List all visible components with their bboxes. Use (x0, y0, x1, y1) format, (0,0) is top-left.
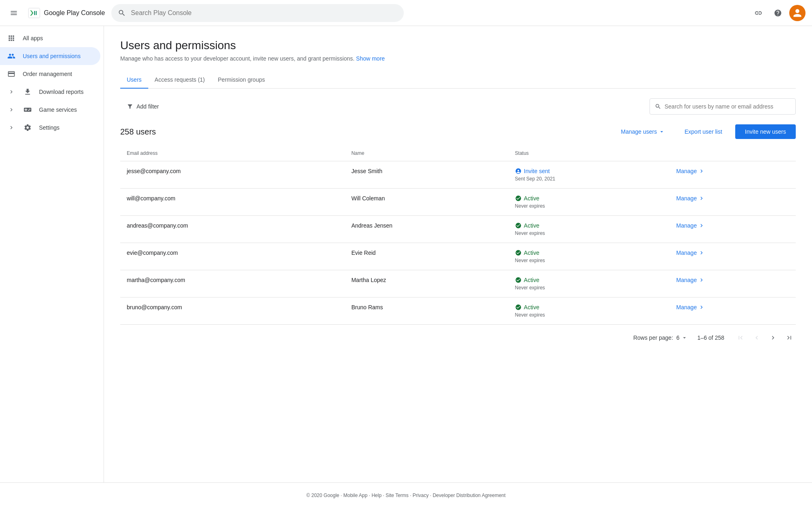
users-header-row: 258 users Manage users Export user list … (120, 124, 796, 139)
page-title: Users and permissions (120, 39, 796, 52)
table-row: bruno@company.com Bruno Rams Active Neve… (120, 297, 796, 325)
footer-link-privacy[interactable]: Privacy (413, 493, 429, 498)
cell-email: andreas@company.com (120, 216, 345, 243)
sidebar-label-users-permissions: Users and permissions (23, 53, 80, 59)
col-name: Name (345, 145, 509, 161)
prev-page-button[interactable] (750, 331, 763, 344)
cell-manage: Manage (670, 243, 796, 270)
cell-manage: Manage (670, 297, 796, 325)
credit-card-icon (6, 70, 16, 78)
cell-email: jesse@company.com (120, 161, 345, 189)
cell-name: Andreas Jensen (345, 216, 509, 243)
tab-access-requests[interactable]: Access requests (1) (148, 72, 212, 89)
download-icon (23, 88, 32, 96)
cell-name: Martha Lopez (345, 270, 509, 297)
sidebar: All apps Users and permissions Order (0, 26, 104, 482)
next-page-button[interactable] (767, 331, 780, 344)
manage-link[interactable]: Manage (676, 222, 789, 229)
cell-status: Active Never expires (509, 243, 670, 270)
rows-per-page: Rows per page: 6 (633, 334, 688, 341)
global-search-input[interactable] (131, 9, 397, 17)
col-email: Email address (120, 145, 345, 161)
sidebar-label-all-apps: All apps (23, 35, 43, 41)
rows-per-page-value: 6 (676, 334, 680, 341)
logo-text: Google Play Console (44, 9, 105, 17)
status-label: Active (524, 195, 539, 202)
pagination-info: 1–6 of 258 (697, 334, 724, 341)
users-actions: Manage users Export user list Invite new… (615, 124, 796, 139)
manage-link[interactable]: Manage (676, 304, 789, 310)
rows-per-page-label: Rows per page: (633, 334, 673, 341)
cell-email: martha@company.com (120, 270, 345, 297)
footer-link-help[interactable]: Help (372, 493, 382, 498)
status-label: Active (524, 277, 539, 283)
add-filter-button[interactable]: Add filter (120, 100, 165, 113)
footer-link-mobile[interactable]: Mobile App (343, 493, 367, 498)
logo-link[interactable]: Google Play Console (28, 7, 105, 20)
footer-link-terms[interactable]: Site Terms (385, 493, 408, 498)
sidebar-item-all-apps[interactable]: All apps (0, 29, 100, 47)
tab-users[interactable]: Users (120, 72, 148, 89)
status-sub: Never expires (515, 312, 663, 318)
sidebar-item-game-services[interactable]: Game services (0, 101, 100, 119)
help-button[interactable] (770, 5, 786, 21)
manage-link[interactable]: Manage (676, 195, 789, 202)
sidebar-label-settings: Settings (39, 124, 60, 131)
status-label: Active (524, 222, 539, 229)
show-more-link[interactable]: Show more (356, 55, 385, 62)
col-actions (670, 145, 796, 161)
table-row: martha@company.com Martha Lopez Active N… (120, 270, 796, 297)
footer-link-dda[interactable]: Developer Distribution Agreement (433, 493, 505, 498)
settings-icon (23, 124, 32, 132)
export-user-list-button[interactable]: Export user list (678, 125, 729, 138)
cell-status: Active Never expires (509, 297, 670, 325)
cell-email: will@company.com (120, 189, 345, 216)
rows-per-page-select[interactable]: 6 (676, 334, 688, 341)
cell-status: Invite sent Sent Sep 20, 2021 (509, 161, 670, 189)
top-bar-actions (750, 5, 806, 21)
hamburger-button[interactable] (6, 6, 21, 20)
sidebar-label-order-management: Order management (23, 71, 72, 77)
footer: © 2020 Google · Mobile App · Help · Site… (0, 482, 812, 508)
sidebar-item-users-permissions[interactable]: Users and permissions (0, 47, 100, 65)
subtitle-text: Manage who has access to your developer … (120, 55, 355, 62)
cell-manage: Manage (670, 216, 796, 243)
manage-users-button[interactable]: Manage users (615, 125, 672, 138)
status-sub: Sent Sep 20, 2021 (515, 176, 663, 182)
table-row: jesse@company.com Jesse Smith Invite sen… (120, 161, 796, 189)
cell-name: Evie Reid (345, 243, 509, 270)
status-label: Invite sent (524, 168, 550, 174)
sidebar-item-settings[interactable]: Settings (0, 119, 100, 137)
manage-link[interactable]: Manage (676, 168, 789, 174)
users-count: 258 users (120, 127, 156, 137)
game-icon (23, 106, 32, 114)
status-label: Active (524, 304, 539, 310)
status-sub: Never expires (515, 285, 663, 291)
main-content: Users and permissions Manage who has acc… (104, 26, 812, 482)
users-icon (6, 52, 16, 60)
cell-manage: Manage (670, 161, 796, 189)
manage-link[interactable]: Manage (676, 277, 789, 283)
grid-icon (6, 34, 16, 42)
tab-permission-groups[interactable]: Permission groups (211, 72, 271, 89)
top-bar: Google Play Console (0, 0, 812, 26)
avatar-button[interactable] (789, 5, 806, 21)
chevron-right-icon-settings (6, 124, 16, 131)
cell-email: bruno@company.com (120, 297, 345, 325)
invite-new-users-button[interactable]: Invite new users (735, 124, 796, 139)
first-page-button[interactable] (734, 331, 747, 344)
sidebar-item-download-reports[interactable]: Download reports (0, 83, 100, 101)
filter-search-row: Add filter (120, 98, 796, 115)
chevron-right-icon (6, 89, 16, 95)
tabs-container: Users Access requests (1) Permission gro… (120, 72, 796, 89)
cell-status: Active Never expires (509, 270, 670, 297)
cell-manage: Manage (670, 189, 796, 216)
sidebar-label-game-services: Game services (39, 106, 77, 113)
status-sub: Never expires (515, 203, 663, 209)
manage-link[interactable]: Manage (676, 250, 789, 256)
link-button[interactable] (750, 5, 767, 21)
sidebar-label-download-reports: Download reports (39, 89, 84, 95)
sidebar-item-order-management[interactable]: Order management (0, 65, 100, 83)
last-page-button[interactable] (783, 331, 796, 344)
search-users-input[interactable] (665, 103, 790, 110)
